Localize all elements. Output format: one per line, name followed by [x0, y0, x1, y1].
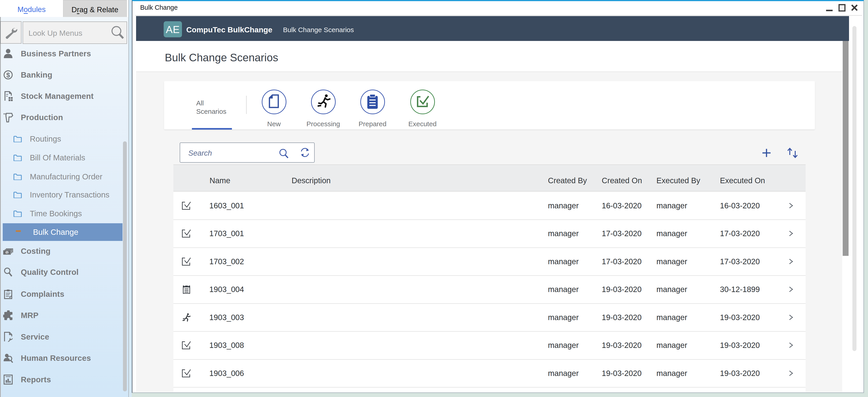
svg-text:$: $ [6, 71, 10, 79]
svg-text:$: $ [6, 251, 8, 254]
